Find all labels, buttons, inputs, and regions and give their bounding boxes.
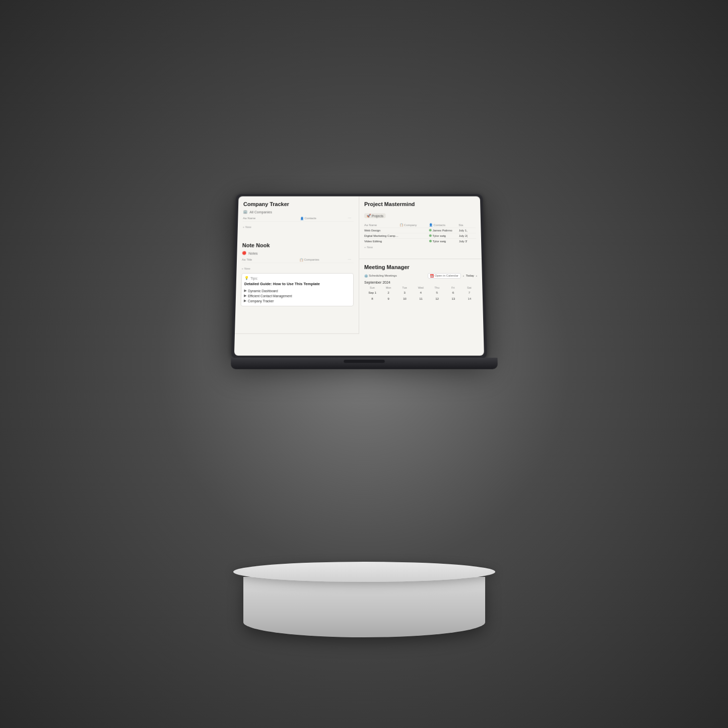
cal-week-2: 8 9 10 11 12 13 14 — [364, 296, 478, 301]
table-icon-2: 📋 — [399, 223, 403, 227]
company-tracker-section: Company Tracker 🏢 All Companies Aa Name … — [235, 196, 359, 334]
cal-day-4[interactable]: 4 — [413, 290, 429, 295]
cal-day-12[interactable]: 12 — [429, 296, 445, 301]
tips-label: 💡 Tips: — [244, 276, 350, 280]
project-row-1: Web Design James Palirmo July 1, — [364, 228, 476, 233]
col-proj-company: 📋 Company — [399, 223, 428, 227]
arrow-icon-1: ▶ — [244, 289, 246, 293]
tips-section: 💡 Tips: Detailed Guide: How to Use This … — [240, 273, 353, 306]
project-mastermind-section: Project Mastermind 🚀 Projects Aa Name — [359, 196, 482, 259]
projects-badge: 🚀 Projects — [364, 213, 386, 218]
cal-day-7[interactable]: 7 — [461, 290, 477, 295]
meeting-manager-title: Meeting Manager — [364, 264, 477, 270]
cal-day-13[interactable]: 13 — [445, 296, 461, 301]
cal-day-14[interactable]: 14 — [461, 296, 477, 301]
filter-icon[interactable]: ⋯ — [348, 216, 351, 220]
contacts-icon-2: 👤 — [429, 223, 432, 227]
right-panel: Project Mastermind 🚀 Projects Aa Name — [359, 196, 483, 334]
tips-heading: Detailed Guide: How to Use This Template — [244, 282, 350, 286]
project-table-header: Aa Name 📋 Company 👤 Contacts Sta — [364, 223, 476, 227]
calendar-grid: Sun Mon Tue Wed Thu Fri Sat Sep 1 2 3 — [364, 286, 478, 301]
cal-day-9[interactable]: 9 — [380, 296, 396, 301]
project-row-2: Digital Marketing Campaig Tylor swig Jul… — [364, 233, 476, 238]
tips-item-1: ▶ Dynamic Dashboard — [244, 288, 351, 293]
notes-new-button[interactable]: + New — [241, 267, 354, 270]
note-nook-title: Note Nook — [242, 242, 354, 248]
day-wed: Wed — [413, 286, 429, 289]
cal-day-2[interactable]: 2 — [380, 290, 396, 295]
day-tue: Tue — [396, 286, 413, 289]
laptop-screen-inner: Company Tracker 🏢 All Companies Aa Name … — [234, 196, 484, 356]
rocket-icon: 🚀 — [366, 214, 370, 218]
pedestal-top — [233, 562, 495, 582]
cal-day-sep1[interactable]: Sep 1 — [364, 290, 380, 295]
bulb-icon: 💡 — [244, 276, 248, 280]
pedestal-body — [243, 577, 485, 637]
notes-icon: 🔴 — [242, 251, 246, 255]
cal-day-3[interactable]: 3 — [396, 290, 413, 295]
laptop: Company Tracker 🏢 All Companies Aa Name … — [230, 193, 497, 369]
meeting-manager-section: Meeting Manager ⚙️ Scheduling Meetings 📅… — [359, 259, 483, 334]
next-month-button[interactable]: › — [476, 274, 477, 277]
status-dot-2 — [429, 234, 431, 237]
project-mastermind-title: Project Mastermind — [364, 201, 475, 207]
tips-item-2: ▶ Efficient Contact Management — [244, 293, 351, 298]
aa-icon: Aa — [243, 217, 246, 220]
status-dot-1 — [429, 229, 431, 232]
meeting-header-row: ⚙️ Scheduling Meetings 📅 Open in Calenda… — [364, 273, 477, 279]
col-proj-status: Sta — [458, 223, 476, 227]
prev-month-button[interactable]: ‹ — [462, 274, 464, 277]
day-fri: Fri — [445, 286, 461, 289]
company-tracker-subtitle: 🏢 All Companies — [243, 210, 354, 214]
cal-header-row: Sun Mon Tue Wed Thu Fri Sat — [364, 286, 477, 289]
aa-icon-3: Aa — [364, 223, 368, 226]
arrow-icon-2: ▶ — [244, 294, 246, 298]
contacts-icon: 👤 — [300, 217, 303, 220]
day-sat: Sat — [461, 286, 477, 289]
col-contacts-header: 👤 Contacts — [300, 216, 347, 220]
laptop-base — [230, 358, 497, 369]
pedestal — [233, 562, 495, 637]
notes-empty-row — [241, 262, 353, 265]
day-mon: Mon — [380, 286, 396, 289]
arrow-icon-3: ▶ — [243, 299, 246, 303]
scheduling-badge: ⚙️ Scheduling Meetings — [364, 274, 397, 278]
status-dot-3 — [429, 240, 432, 242]
col-title-header: Aa Title — [241, 257, 298, 261]
col-name-header: Aa Name — [243, 216, 299, 220]
calendar-icon: 📅 — [430, 274, 433, 278]
cal-day-11[interactable]: 11 — [413, 296, 429, 301]
aa-icon-2: Aa — [241, 258, 245, 261]
scheduling-icon: ⚙️ — [364, 274, 368, 278]
cal-week-1: Sep 1 2 3 4 5 6 7 — [364, 290, 478, 295]
col-proj-name: Aa Name — [364, 223, 399, 227]
cal-day-10[interactable]: 10 — [396, 296, 413, 301]
table-icon: 📋 — [299, 258, 303, 261]
tips-item-3: ▶ Company Tracker — [243, 298, 350, 303]
col-companies-header: 📋 Companies — [299, 257, 347, 261]
company-tracker-title: Company Tracker — [243, 201, 354, 207]
calendar-month: September 2024 — [364, 281, 477, 284]
note-nook-section: Note Nook 🔴 Notes Aa Title 📋 Companies — [240, 242, 354, 306]
col-proj-contacts: 👤 Contacts — [429, 223, 457, 227]
day-thu: Thu — [429, 286, 445, 289]
project-new-button[interactable]: + New — [364, 246, 476, 249]
building-icon: 🏢 — [243, 210, 247, 214]
day-sun: Sun — [364, 286, 380, 289]
project-row-3: Video Editing Tylor swig July 3' — [364, 238, 476, 244]
open-calendar-button[interactable]: 📅 Open in Calendar — [427, 273, 460, 279]
cal-day-8[interactable]: 8 — [364, 296, 380, 301]
company-empty-row — [242, 221, 353, 224]
laptop-screen-outer: Company Tracker 🏢 All Companies Aa Name … — [231, 193, 487, 359]
filter-icon-2[interactable]: ⋯ — [348, 257, 351, 261]
company-tracker-table-header: Aa Name 👤 Contacts ⋯ — [243, 216, 354, 220]
note-nook-table-header: Aa Title 📋 Companies ⋯ — [241, 257, 353, 261]
cal-day-5[interactable]: 5 — [429, 290, 445, 295]
note-nook-subtitle: 🔴 Notes — [242, 251, 354, 255]
cal-day-6[interactable]: 6 — [445, 290, 461, 295]
calendar-nav: ‹ Today › — [462, 274, 477, 277]
